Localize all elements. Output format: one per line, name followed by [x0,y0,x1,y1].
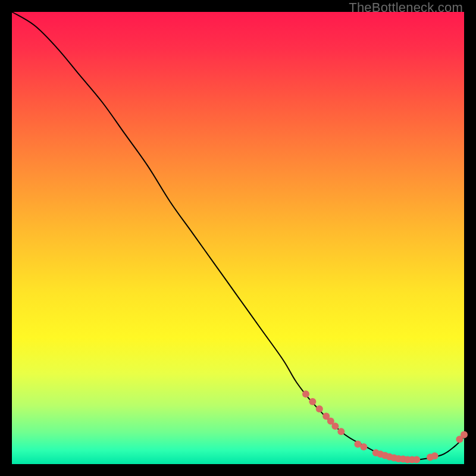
chart-marker [337,428,345,435]
chart-marker [302,390,309,397]
bottleneck-curve [12,12,464,460]
chart-marker [431,452,439,459]
chart-marker [309,398,316,405]
chart-svg [12,12,464,464]
chart-frame: TheBottleneck.com [0,0,476,476]
chart-plot-area [12,12,464,464]
chart-marker [360,443,367,450]
chart-markers [302,390,468,463]
chart-marker [316,405,323,412]
watermark-text: TheBottleneck.com [349,0,463,15]
chart-marker [413,456,420,463]
chart-marker [331,422,339,430]
chart-marker [461,431,468,439]
